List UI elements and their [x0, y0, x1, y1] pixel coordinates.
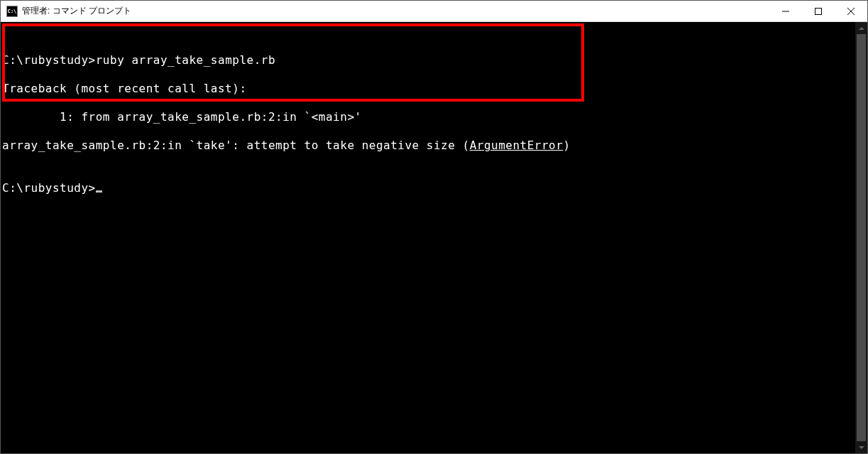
scroll-track[interactable] [855, 34, 867, 441]
scroll-thumb[interactable] [857, 34, 866, 441]
svg-marker-4 [859, 27, 864, 30]
close-button[interactable] [835, 1, 867, 21]
cursor [96, 190, 102, 193]
error-text: array_take_sample.rb:2:in `take': attemp… [2, 139, 470, 152]
prompt-text: C:\rubystudy> [2, 53, 96, 67]
traceback-header: Traceback (most recent call last): [2, 82, 854, 96]
maximize-button[interactable] [802, 1, 835, 21]
traceback-frame: 1: from array_take_sample.rb:2:in `<main… [2, 110, 854, 124]
window-controls [769, 1, 867, 21]
svg-rect-1 [815, 8, 822, 14]
command-prompt-window: C:\ 管理者: コマンド プロンプト C:\rubystudy>ruby ar… [0, 0, 868, 454]
console-output[interactable]: C:\rubystudy>ruby array_take_sample.rb T… [1, 22, 855, 453]
titlebar[interactable]: C:\ 管理者: コマンド プロンプト [1, 1, 867, 22]
console-area: C:\rubystudy>ruby array_take_sample.rb T… [1, 22, 867, 453]
error-closing: ) [563, 139, 570, 152]
command-text: ruby array_take_sample.rb [96, 53, 275, 67]
app-icon: C:\ [6, 6, 18, 17]
scroll-down-arrow[interactable] [855, 441, 867, 453]
vertical-scrollbar[interactable] [855, 22, 867, 453]
prompt-text: C:\rubystudy> [2, 181, 96, 195]
scroll-up-arrow[interactable] [855, 22, 867, 34]
svg-marker-5 [859, 446, 864, 449]
error-class: ArgumentError [470, 139, 564, 152]
minimize-button[interactable] [769, 1, 802, 21]
window-title: 管理者: コマンド プロンプト [22, 5, 131, 17]
